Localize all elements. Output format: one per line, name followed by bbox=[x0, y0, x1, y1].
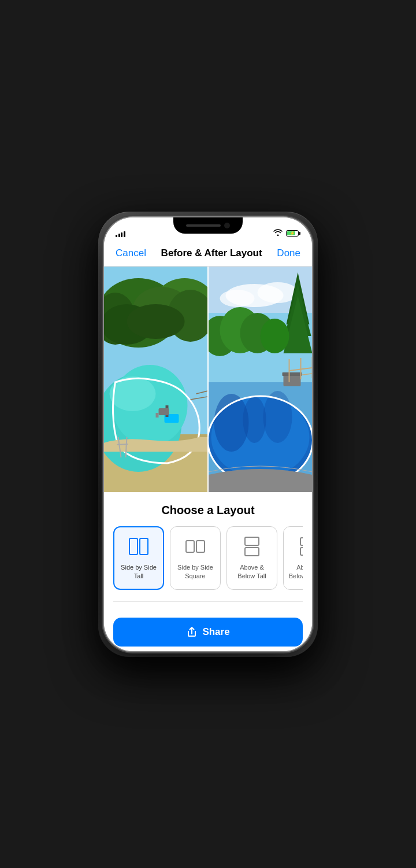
phone-outer: ⚡ Cancel Before & After Layout Done bbox=[98, 212, 318, 657]
svg-rect-53 bbox=[245, 548, 259, 556]
svg-line-21 bbox=[117, 444, 128, 445]
share-button[interactable]: Share bbox=[113, 618, 303, 647]
image-after bbox=[209, 267, 312, 492]
status-bar: ⚡ bbox=[104, 217, 312, 243]
battery-icon: ⚡ bbox=[286, 230, 300, 237]
above-below-square-icon bbox=[298, 535, 303, 557]
svg-rect-44 bbox=[283, 372, 302, 376]
signal-bars bbox=[116, 230, 125, 237]
share-icon bbox=[186, 626, 198, 638]
notch bbox=[173, 217, 243, 234]
after-image-svg bbox=[209, 267, 312, 492]
svg-rect-54 bbox=[300, 538, 303, 545]
status-icons: ⚡ bbox=[273, 229, 300, 238]
above-below-tall-icon bbox=[241, 535, 263, 557]
before-image-svg bbox=[104, 267, 207, 492]
svg-rect-49 bbox=[140, 538, 148, 555]
layout-divider bbox=[113, 601, 303, 602]
side-by-side-tall-icon bbox=[128, 535, 150, 557]
layout-option-side-by-side-tall[interactable]: Side by Side Tall bbox=[113, 526, 164, 590]
image-before bbox=[104, 267, 207, 492]
share-section: Share bbox=[104, 611, 312, 651]
done-button[interactable]: Done bbox=[277, 248, 300, 259]
nav-bar: Cancel Before & After Layout Done bbox=[104, 243, 312, 267]
layout-chooser-title: Choose a Layout bbox=[113, 504, 303, 517]
wifi-icon bbox=[273, 229, 283, 238]
image-divider bbox=[207, 267, 209, 492]
page-title: Before & After Layout bbox=[161, 248, 262, 259]
image-section bbox=[104, 267, 312, 492]
cancel-button[interactable]: Cancel bbox=[116, 248, 146, 259]
svg-point-40 bbox=[243, 397, 266, 443]
side-by-side-square-label: Side by Side Square bbox=[175, 563, 216, 580]
phone-frame: ⚡ Cancel Before & After Layout Done bbox=[104, 217, 312, 651]
layout-options-list: Side by Side Tall Side by Side Square bbox=[113, 526, 303, 592]
layout-option-above-below-square[interactable]: Above & Below Square bbox=[283, 526, 303, 590]
above-below-tall-label: Above & Below Tall bbox=[232, 563, 272, 580]
svg-point-34 bbox=[261, 319, 289, 353]
layout-section: Choose a Layout Side by Side Tall bbox=[104, 492, 312, 611]
svg-point-7 bbox=[127, 304, 185, 339]
svg-rect-18 bbox=[156, 413, 159, 418]
main-content: Choose a Layout Side by Side Tall bbox=[104, 267, 312, 651]
svg-rect-48 bbox=[129, 538, 138, 555]
share-label: Share bbox=[202, 626, 229, 638]
svg-point-26 bbox=[220, 290, 255, 307]
above-below-square-label: Above & Below Square bbox=[288, 563, 303, 580]
notch-dot bbox=[224, 223, 230, 228]
side-by-side-tall-label: Side by Side Tall bbox=[119, 563, 158, 580]
svg-rect-51 bbox=[196, 541, 205, 552]
svg-rect-52 bbox=[245, 537, 259, 545]
layout-option-above-below-tall[interactable]: Above & Below Tall bbox=[226, 526, 277, 590]
svg-rect-55 bbox=[300, 548, 303, 555]
svg-rect-50 bbox=[186, 541, 194, 552]
svg-rect-17 bbox=[159, 408, 169, 415]
notch-bar bbox=[186, 224, 221, 227]
side-by-side-square-icon bbox=[184, 535, 206, 557]
layout-option-side-by-side-square[interactable]: Side by Side Square bbox=[170, 526, 221, 590]
